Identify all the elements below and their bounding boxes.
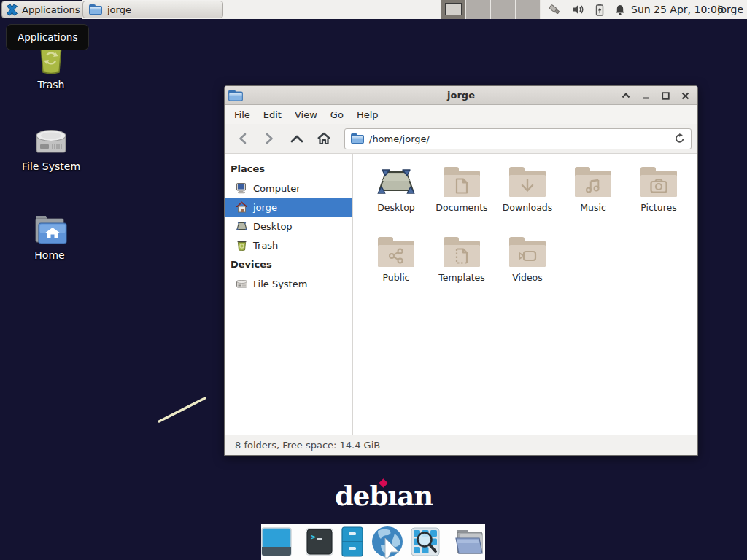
sidebar-item-label: File System [253, 279, 307, 289]
system-tray [547, 0, 626, 19]
file-item-public[interactable]: Public [363, 237, 429, 307]
sidebar-item-file-system[interactable]: File System [225, 274, 352, 293]
top-panel: Applications jorge [0, 0, 747, 19]
desktop-icon [236, 220, 248, 232]
folder-music-icon [575, 167, 611, 197]
close-button[interactable] [678, 89, 692, 102]
folder-templates-icon [444, 237, 480, 267]
file-label: Videos [512, 272, 543, 283]
file-label: Public [383, 272, 410, 283]
folder-videos-icon [509, 237, 546, 267]
menubar: File Edit View Go Help [225, 105, 697, 124]
workspace-4[interactable] [516, 0, 541, 19]
file-manager-folder-icon[interactable] [453, 527, 485, 556]
folder-downloads-icon [509, 167, 546, 197]
notifications-bell-icon[interactable] [614, 4, 626, 16]
sidebar-header-places: Places [225, 159, 352, 179]
file-label: Desktop [377, 202, 415, 213]
sidebar: Places Computer [225, 154, 353, 435]
folder-documents-icon [444, 167, 480, 197]
desktop-icon-label: Trash [6, 79, 96, 90]
debian-logo: debıan [335, 480, 433, 512]
menu-go[interactable]: Go [324, 106, 350, 123]
shade-button[interactable] [619, 89, 632, 102]
sidebar-item-label: Computer [253, 183, 301, 194]
taskbar-window-label: jorge [107, 4, 131, 15]
workspace-1[interactable] [441, 0, 466, 19]
toolbar: /home/jorge/ [225, 124, 697, 154]
taskbar-window-button[interactable]: jorge [82, 1, 223, 18]
menu-file[interactable]: File [228, 106, 257, 123]
sidebar-item-trash[interactable]: Trash [225, 236, 352, 254]
workspace-3[interactable] [491, 0, 516, 19]
desktop-icon-label: File System [6, 160, 96, 172]
workspace-window-preview [445, 3, 462, 15]
battery-charging-icon[interactable] [595, 3, 604, 16]
pen-icon[interactable] [547, 3, 562, 16]
sidebar-item-label: jorge [253, 202, 277, 213]
up-button[interactable] [285, 128, 309, 149]
file-item-templates[interactable]: Templates [429, 237, 495, 307]
window-folder-icon [89, 4, 102, 15]
menu-edit[interactable]: Edit [257, 106, 288, 123]
computer-icon [236, 182, 248, 194]
sidebar-item-desktop[interactable]: Desktop [225, 217, 352, 236]
file-list: Desktop Documents Download [353, 154, 697, 435]
home-folder-icon [4, 213, 95, 245]
menu-view[interactable]: View [288, 106, 324, 123]
terminal-icon[interactable]: > [305, 527, 334, 556]
volume-icon[interactable] [572, 4, 585, 15]
titlebar[interactable]: jorge [225, 86, 697, 105]
clock[interactable]: Sun 25 Apr, 10:06 [631, 0, 724, 19]
menu-help[interactable]: Help [350, 106, 385, 123]
workspace-2[interactable] [466, 0, 491, 19]
application-finder-icon[interactable] [411, 527, 440, 556]
desktop-surface-icon [376, 167, 417, 197]
show-desktop-icon[interactable] [261, 527, 292, 556]
file-item-downloads[interactable]: Downloads [495, 167, 560, 237]
applications-tooltip: Applications [6, 24, 89, 50]
minimize-button[interactable] [639, 89, 652, 102]
forward-button[interactable] [258, 128, 282, 149]
reload-icon[interactable] [675, 133, 685, 144]
file-label: Music [580, 202, 606, 213]
desktop-icon-label: Home [4, 249, 95, 261]
workspace-switcher[interactable] [441, 0, 541, 19]
hard-drive-icon [6, 125, 96, 156]
trash-icon [236, 239, 248, 251]
web-browser-globe-icon[interactable] [371, 525, 404, 559]
file-manager-window: jorge File Edit View Go Help [224, 85, 698, 456]
sidebar-item-label: Trash [253, 240, 278, 251]
file-label: Templates [438, 272, 485, 283]
desktop-icon-file-system[interactable]: File System [6, 125, 96, 172]
maximize-button[interactable] [659, 89, 672, 102]
desktop-icon-home[interactable]: Home [4, 213, 95, 261]
svg-text:>: > [311, 532, 316, 542]
location-folder-icon [351, 133, 364, 144]
location-path[interactable]: /home/jorge/ [369, 133, 670, 144]
sidebar-header-devices: Devices [225, 254, 352, 274]
folder-public-icon [378, 237, 414, 267]
home-icon [236, 201, 248, 213]
file-item-pictures[interactable]: Pictures [626, 167, 692, 237]
file-item-documents[interactable]: Documents [429, 167, 495, 237]
xfce-menu-icon [6, 4, 18, 16]
file-cabinet-icon[interactable] [341, 526, 364, 557]
home-button[interactable] [311, 128, 336, 149]
location-bar[interactable]: /home/jorge/ [344, 128, 692, 149]
dock: > [261, 524, 485, 560]
status-text: 8 folders, Free space: 14.4 GiB [235, 440, 380, 451]
file-item-music[interactable]: Music [560, 167, 626, 237]
file-item-videos[interactable]: Videos [495, 237, 560, 307]
taskbar: jorge [82, 0, 747, 19]
sidebar-item-label: Desktop [253, 221, 293, 232]
applications-menu-label: Applications [22, 4, 80, 15]
panel-username: jorge [718, 0, 743, 19]
sidebar-item-jorge[interactable]: jorge [225, 198, 352, 217]
file-item-desktop[interactable]: Desktop [363, 167, 429, 237]
panel-handle[interactable] [74, 0, 81, 19]
file-label: Downloads [503, 202, 553, 213]
sidebar-item-computer[interactable]: Computer [225, 179, 352, 198]
cursor-trail [153, 392, 214, 427]
back-button[interactable] [231, 128, 255, 149]
